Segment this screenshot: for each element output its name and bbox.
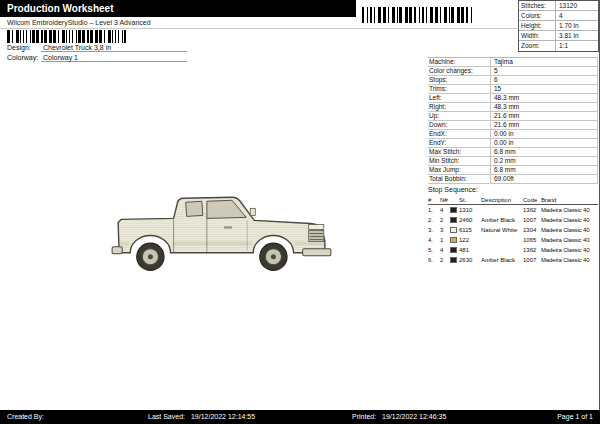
thread-color-swatch	[450, 257, 457, 264]
stop-row: 6. 2 2630 Amber Black 1007 Madeira Class…	[428, 255, 598, 265]
machine-label: EndY:	[428, 139, 490, 147]
machine-row: Down:21.6 mm	[428, 121, 598, 130]
machine-label: Left:	[428, 94, 490, 102]
machine-value: 6.8 mm	[490, 148, 598, 156]
thread-color-swatch	[450, 227, 457, 234]
machine-row: Trims:15	[428, 85, 598, 94]
design-name-value: Chevrolet Truck 3,8 in	[41, 44, 187, 52]
summary-value: 4	[556, 11, 563, 20]
thread-color-swatch	[450, 217, 457, 224]
summary-row-height: Height: 1.70 in	[519, 21, 598, 31]
machine-label: Up:	[428, 112, 490, 120]
truck-trim	[120, 242, 129, 246]
machine-label: Machine:	[428, 58, 490, 66]
stop-sequence-header: # N# St. Description Code Brand	[428, 196, 598, 205]
machine-row: Left:48.3 mm	[428, 94, 598, 103]
summary-label: Width:	[519, 31, 556, 40]
colorway-value: Colorway 1	[41, 54, 187, 62]
machine-value: Tajima	[490, 58, 598, 66]
machine-row: Max Stitch:6.8 mm	[428, 148, 598, 157]
printed: Printed: 19/12/2022 12:46:35	[352, 410, 446, 424]
col-header-needle: N#	[440, 196, 450, 204]
summary-value: 1:1	[556, 41, 568, 51]
truck-front-hub	[271, 254, 276, 259]
machine-row: Min Stitch:0.2 mm	[428, 157, 598, 166]
design-label: Design:	[7, 44, 41, 52]
truck-headlight	[309, 224, 324, 229]
colorway-label: Colorway:	[7, 54, 41, 62]
summary-row-stitches: Stitches: 13120	[519, 1, 598, 11]
truck-trim	[295, 242, 324, 246]
col-header-code: Code	[523, 196, 541, 204]
design-barcode-left	[7, 30, 126, 43]
machine-row: Up:21.6 mm	[428, 112, 598, 121]
summary-row-colors: Colors: 4	[519, 11, 598, 21]
machine-value: 21.6 mm	[490, 121, 598, 129]
machine-row: EndY:0.00 in	[428, 139, 598, 148]
last-saved: Last Saved: 19/12/2022 12:14:55	[148, 410, 255, 424]
truck-trim	[173, 242, 253, 246]
summary-label: Colors:	[519, 11, 556, 20]
machine-row: Total Bobbin:69.00ft	[428, 175, 598, 184]
truck-front-bumper	[303, 249, 331, 256]
machine-value: 15	[490, 85, 598, 93]
production-worksheet-page: { "header": { "title": "Production Works…	[0, 0, 600, 424]
summary-label: Zoom:	[519, 41, 556, 51]
stop-row: 5. 4 481 1362 Madeira Classic 40	[428, 245, 598, 255]
machine-value: 5	[490, 67, 598, 75]
machine-value: 6	[490, 76, 598, 84]
machine-value: 6.8 mm	[490, 166, 598, 174]
summary-value: 13120	[556, 1, 577, 10]
col-header-swatch	[450, 196, 459, 204]
truck-design-preview	[103, 182, 345, 279]
machine-value: 0.00 in	[490, 130, 598, 138]
last-saved-label: Last Saved:	[148, 413, 185, 420]
summary-value: 3.81 in	[556, 31, 579, 40]
machine-label: Max Stitch:	[428, 148, 490, 156]
colorway-row: Colorway: Colorway 1	[7, 54, 187, 62]
machine-label: Down:	[428, 121, 490, 129]
printed-label: Printed:	[352, 413, 376, 420]
summary-label: Stitches:	[519, 1, 556, 10]
machine-row: Machine:Tajima	[428, 58, 598, 67]
truck-mirror	[250, 208, 255, 215]
summary-panel: Stitches: 13120 Colors: 4 Height: 1.70 i…	[518, 0, 599, 52]
summary-row-zoom: Zoom: 1:1	[519, 41, 598, 51]
footer-bar: Created By: Last Saved: 19/12/2022 12:14…	[0, 410, 600, 424]
header-divider	[0, 28, 517, 29]
page-title: Production Worksheet	[7, 3, 114, 14]
truck-rear-bumper	[112, 247, 122, 254]
truck-door-handle	[224, 226, 232, 228]
thread-color-swatch	[450, 247, 457, 254]
machine-row: Stops:6	[428, 76, 598, 85]
machine-label: Trims:	[428, 85, 490, 93]
col-header-stitches: St.	[459, 196, 481, 204]
machine-details-panel: Machine:Tajima Color changes:5 Stops:6 T…	[428, 57, 598, 184]
machine-label: Max Jump:	[428, 166, 490, 174]
machine-label: Total Bobbin:	[428, 175, 490, 183]
stop-row: 1. 4 1310 1362 Madeira Classic 40	[428, 205, 598, 215]
machine-value: 69.00ft	[490, 175, 598, 183]
design-name-row: Design: Chevrolet Truck 3,8 in	[7, 44, 187, 52]
page-number: Page 1 of 1	[557, 410, 593, 424]
stop-row: 3. 3 6115 Natural White 1304 Madeira Cla…	[428, 225, 598, 235]
stop-sequence-title: Stop Sequence:	[428, 186, 478, 193]
thread-color-swatch	[450, 207, 457, 214]
machine-value: 48.3 mm	[490, 94, 598, 102]
machine-value: 0.2 mm	[490, 157, 598, 165]
created-by: Created By:	[7, 410, 48, 424]
col-header-description: Description	[481, 196, 523, 204]
summary-row-width: Width: 3.81 in	[519, 31, 598, 41]
col-header-brand: Brand	[541, 196, 598, 204]
last-saved-value: 19/12/2022 12:14:55	[191, 413, 255, 420]
summary-value: 1.70 in	[556, 21, 579, 30]
machine-label: Stops:	[428, 76, 490, 84]
machine-value: 21.6 mm	[490, 112, 598, 120]
machine-label: Right:	[428, 103, 490, 111]
machine-row: Right:48.3 mm	[428, 103, 598, 112]
machine-value: 48.3 mm	[490, 103, 598, 111]
truck-rear-hub	[148, 254, 153, 259]
truck-quarter-window	[186, 201, 203, 216]
machine-row: Max Jump:6.8 mm	[428, 166, 598, 175]
stop-row: 2. 2 2460 Amber Black 1007 Madeira Class…	[428, 215, 598, 225]
